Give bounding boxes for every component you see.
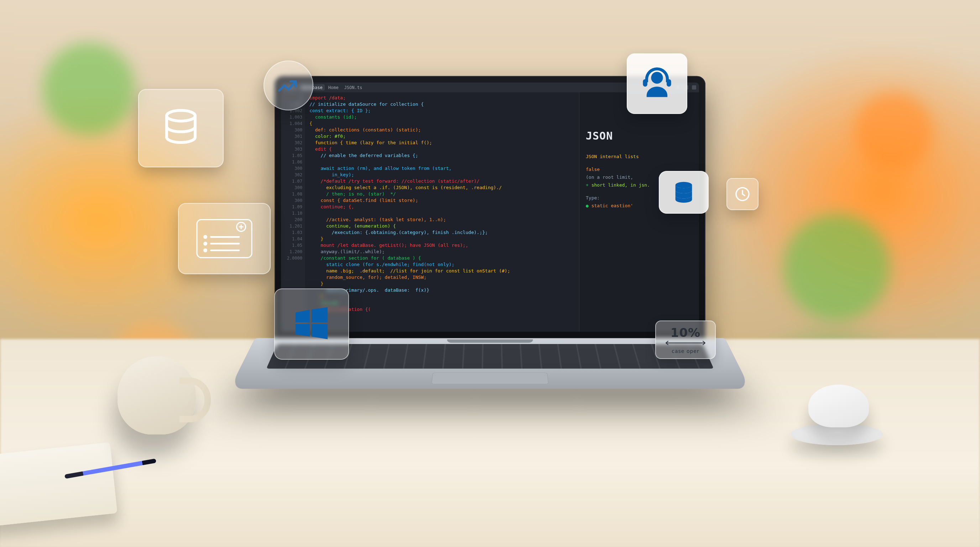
code-line [309, 210, 320, 216]
card-windows [274, 288, 349, 360]
lineno: 1.07 [281, 178, 302, 184]
badge-percent: 10% case oper [655, 321, 716, 359]
lineno: 1.200 [281, 248, 302, 255]
lineno: 303 [281, 146, 302, 153]
card-db2 [659, 171, 709, 214]
code-line: mount /let dataBase. getList(); have JSO… [309, 243, 468, 248]
coffee-mug-left [118, 356, 196, 434]
lineno: 1.09 [281, 204, 302, 210]
scene-backdrop: 10% case oper /src Database Home JSON.ts [0, 0, 980, 547]
card-support [627, 53, 687, 114]
code-line: edit { [309, 146, 332, 152]
laptop: /src Database Home JSON.ts 1 1.001 1.002 [275, 76, 705, 417]
lineno: 1.04 [281, 236, 302, 242]
lineno: 300 [281, 127, 302, 133]
svg-rect-8 [667, 80, 671, 87]
windows-icon [290, 303, 333, 345]
badge-value: 10% [662, 326, 709, 340]
lineno: 301 [281, 133, 302, 140]
card-list [178, 203, 270, 274]
svg-point-5 [204, 249, 206, 251]
code-line: excluding select a .if. (JSON), const is… [309, 185, 502, 190]
lineno: 302 [281, 172, 302, 178]
lineno: 1.08 [281, 191, 302, 197]
code-line: { [309, 121, 312, 126]
code-line: // enable the deferred variables {; [309, 153, 418, 158]
code-line: / then; is no, (star) */ [309, 191, 396, 197]
code-line: static clone (for s./endwhile; find(not … [309, 262, 454, 267]
code-line: color: #f0; [309, 134, 346, 139]
code-line: def: collections (constants) (static); [309, 127, 421, 132]
panel-line: JSON internal lists [586, 153, 693, 161]
card-clock [727, 178, 759, 210]
lineno: 1.05 [281, 242, 302, 248]
lineno: 300 [281, 165, 302, 172]
list-card-icon [196, 219, 253, 258]
code-line: } [309, 236, 323, 242]
svg-point-4 [204, 243, 206, 245]
card-trend [264, 60, 313, 110]
code-line: function { time (lazy for the initial f(… [309, 140, 432, 145]
svg-point-0 [167, 110, 195, 121]
svg-rect-7 [643, 80, 648, 87]
code-line: /constant section for ( database ) { [309, 255, 421, 261]
lineno: 1.03 [281, 229, 302, 236]
svg-point-9 [676, 182, 692, 188]
arrow-left-right-icon [664, 340, 707, 345]
panel-line: short linked, in jsn. [592, 182, 650, 188]
code-line: random_source, for); detailed, INSW; [309, 275, 426, 280]
panel-heading: JSON [586, 130, 693, 142]
lineno: 1.05 [281, 153, 302, 159]
trackpad [431, 372, 549, 384]
code-line: continue; {, [309, 204, 354, 209]
notebook [0, 442, 117, 527]
badge-caption: case oper [662, 348, 709, 354]
code-line: /execution: {.obtaining.(category), fini… [309, 230, 488, 235]
code-line: } [309, 281, 323, 286]
lineno: 1.06 [281, 159, 302, 165]
support-agent-icon [639, 66, 675, 102]
code-line: in_key); [309, 172, 354, 177]
panel-line: static eastion' [592, 203, 633, 208]
code-line: import /data; [309, 95, 346, 100]
close-button[interactable] [692, 86, 696, 90]
code-line: anyway.(limit/..while); [309, 249, 385, 254]
code-line: const { dataSet.find (limit store); [309, 198, 418, 203]
clock-icon [734, 186, 751, 203]
svg-point-6 [651, 72, 663, 84]
card-database [138, 89, 224, 167]
code-line: //active. analyst: (task let store), 1..… [309, 217, 446, 222]
lineno: 1.201 [281, 223, 302, 229]
code-line: continue, (enumeration) { [309, 223, 396, 229]
code-line: // initialize dataSource for collection … [309, 102, 424, 107]
database-icon [671, 180, 696, 205]
chart-up-icon [276, 73, 301, 98]
tab-home[interactable]: Home [326, 84, 341, 91]
code-line: constants (id); [309, 114, 357, 120]
tab-json[interactable]: JSON.ts [342, 84, 365, 91]
lineno: 300 [281, 184, 302, 191]
lineno: 1.003 [281, 114, 302, 120]
lineno: 302 [281, 140, 302, 146]
code-line: /*default /try test forward: //collectio… [309, 178, 479, 184]
lineno: 300 [281, 197, 302, 204]
code-line: const extract: { ID }; [309, 108, 371, 113]
lineno: 200 [281, 216, 302, 223]
code-line: name .big; .default; //list for join for… [309, 268, 510, 274]
lineno: 2.0000 [281, 255, 302, 261]
coffee-cup-right [808, 385, 869, 427]
lineno: 1.004 [281, 120, 302, 127]
database-icon [159, 107, 202, 149]
lineno: 1.10 [281, 210, 302, 216]
svg-point-3 [204, 236, 206, 238]
code-line: await action (rm), and allow token from … [309, 165, 452, 171]
